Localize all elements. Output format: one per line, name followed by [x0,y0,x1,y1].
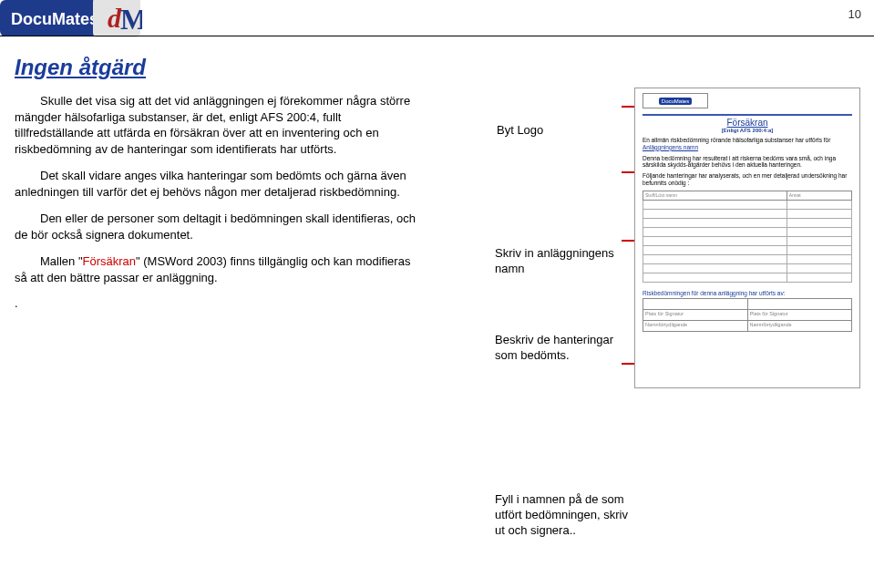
paragraph-2: Det skall vidare anges vilka hanteringar… [15,168,416,200]
preview-logo-box: DocuMates [643,93,708,108]
svg-text:DocuMates: DocuMates [11,10,98,28]
preview-body-3: Följande hanteringar har analyserats, oc… [643,172,852,187]
paragraph-3: Den eller de personer som deltagit i bed… [15,211,416,242]
main-content: Ingen åtgärd Skulle det visa sig att det… [15,55,416,310]
document-preview: DocuMates Försäkran [Enligt AFS 200:4:a]… [634,88,860,388]
page-number: 10 [848,7,861,21]
svg-text:M: M [120,3,142,36]
preview-body-1: En allmän riskbedömning rörande hälsofar… [643,137,852,151]
preview-sig-table: Plats för SignaturPlats för Signatur Nam… [643,298,852,332]
preview-divider [643,114,852,116]
preview-title: Försäkran [643,118,852,128]
paragraph-4: Mallen "Försäkran" (MSWord 2003) finns t… [15,253,416,285]
preview-brand: DocuMates [659,98,692,105]
preview-handlings-table: Stuff/Löst namnAnnat [643,191,852,283]
highlighted-template-name: Försäkran [83,254,137,268]
annotation-signers: Fyll i namnen på de som utfört bedömning… [495,492,632,539]
header-rule [0,36,874,36]
annotation-handlings: Beskriv de hanteringar som bedömts. [495,333,632,364]
preview-subtitle: [Enligt AFS 200:4:a] [643,128,852,133]
paragraph-1: Skulle det visa sig att det vid anläggni… [15,93,416,157]
page-title: Ingen åtgärd [15,55,416,80]
annotation-logo: Byt Logo [497,123,543,139]
trailing-dot: . [15,296,416,310]
preview-sig-heading: Riskbedömningen för denna anläggning har… [643,290,852,296]
preview-body-2: Denna bedömning har resulterat i att ris… [643,155,852,170]
annotation-name: Skriv in anläggningens namn [495,246,632,277]
preview-facility-name-link: Anläggningens namn [643,144,698,150]
